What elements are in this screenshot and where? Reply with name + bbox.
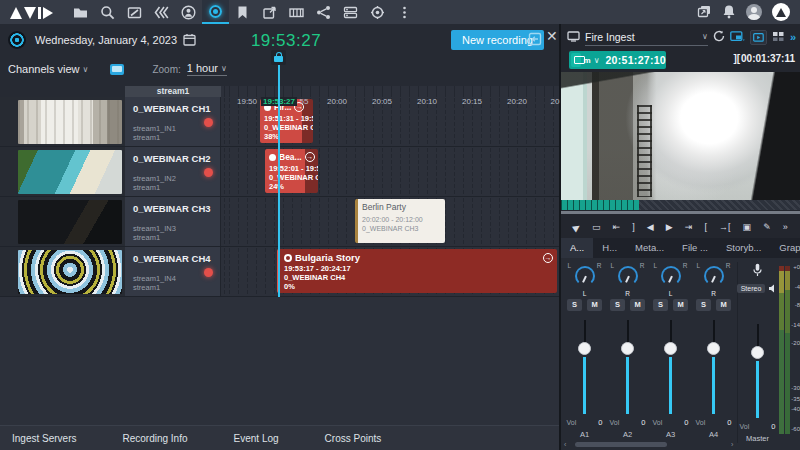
scheduled-recording-block[interactable]: Berlin Party 20:02:00 - 20:12:00 0_WEBIN…: [355, 199, 445, 243]
more-panel-options-icon[interactable]: »: [790, 31, 794, 43]
share-icon[interactable]: [310, 0, 337, 24]
tab-recording-info[interactable]: Recording Info: [122, 433, 187, 444]
tab-cross-points[interactable]: Cross Points: [325, 433, 382, 444]
duration-display: ][ 00:01:37:11: [733, 53, 795, 64]
windows-icon[interactable]: [696, 4, 712, 21]
pip-layout-icon[interactable]: [730, 31, 745, 44]
users-icon[interactable]: [175, 0, 202, 24]
pan-knob[interactable]: [618, 266, 638, 286]
goto-out-icon[interactable]: →[: [719, 222, 731, 232]
notifications-bell-icon[interactable]: [722, 4, 736, 21]
pan-knob[interactable]: [575, 266, 595, 286]
refresh-icon[interactable]: [713, 30, 725, 44]
pan-knob[interactable]: [704, 266, 724, 286]
settings-icon[interactable]: [364, 0, 391, 24]
fader-thumb[interactable]: [707, 342, 720, 355]
calendar-icon[interactable]: [183, 33, 196, 48]
speaker-icon[interactable]: [768, 283, 778, 295]
pan-knob[interactable]: [661, 266, 681, 286]
play-icon[interactable]: ▶: [666, 222, 673, 232]
fader-thumb[interactable]: [751, 346, 764, 359]
mute-button[interactable]: M: [630, 299, 645, 311]
send-icon[interactable]: ▶: [571, 221, 582, 233]
open-recording-icon[interactable]: →: [543, 253, 553, 263]
playhead-lock-icon[interactable]: [271, 50, 286, 65]
close-icon[interactable]: ✕: [546, 28, 558, 44]
monitor-progress-bar[interactable]: [561, 200, 800, 210]
audio-channels-icon[interactable]: [772, 31, 785, 44]
volume-fader[interactable]: [707, 320, 720, 414]
solo-button[interactable]: S: [696, 299, 711, 311]
step-back-icon[interactable]: ◀: [647, 222, 654, 232]
timecode-display[interactable]: m ∨ 20:51:27:10: [569, 51, 666, 69]
tab-storyboard[interactable]: Storyb...: [717, 238, 770, 258]
solo-button[interactable]: S: [653, 299, 668, 311]
mark-out-icon[interactable]: ]: [632, 222, 635, 232]
monitor-scrollbar[interactable]: [561, 211, 800, 214]
timeline-empty-area: [0, 297, 559, 425]
mute-button[interactable]: M: [587, 299, 602, 311]
zoom-select[interactable]: 1 hour∨: [187, 62, 227, 76]
goto-in-icon[interactable]: ⇤: [613, 222, 621, 232]
tab-graphics[interactable]: Grap...: [770, 238, 800, 258]
tab-headers[interactable]: H...: [593, 238, 626, 258]
mic-icon[interactable]: [753, 262, 762, 278]
avid-avatar[interactable]: [772, 3, 790, 21]
recording-block[interactable]: Bea...→ 19:52:01 - 19:57 0_WEBINAR CH2 2…: [265, 149, 318, 193]
strip-name: A4: [709, 430, 718, 439]
timecode-mode[interactable]: m: [584, 56, 591, 65]
edit-icon[interactable]: [121, 0, 148, 24]
monitor-source-select[interactable]: Fire Ingest ∨: [585, 29, 708, 46]
tab-metadata[interactable]: Meta...: [626, 238, 673, 258]
current-date[interactable]: Wednesday, January 4, 2023: [35, 34, 177, 46]
fader-thumb[interactable]: [664, 342, 677, 355]
open-in-new-icon[interactable]: [528, 32, 542, 48]
tab-event-log[interactable]: Event Log: [234, 433, 279, 444]
step-forward-icon[interactable]: ⇥: [685, 222, 693, 232]
scroll-left-icon[interactable]: ‹: [564, 441, 566, 448]
channels-view-dropdown[interactable]: Channels view∨: [8, 63, 88, 75]
annotate-icon[interactable]: ✎: [763, 222, 771, 232]
open-recording-icon[interactable]: →: [305, 152, 315, 162]
fader-thumb[interactable]: [621, 342, 634, 355]
servers-icon[interactable]: [337, 0, 364, 24]
export-icon[interactable]: [256, 0, 283, 24]
video-monitor-icon[interactable]: [750, 30, 767, 45]
mixer-scrollbar[interactable]: [575, 442, 667, 447]
folder-icon[interactable]: [67, 0, 94, 24]
timeline-cell[interactable]: Berlin Party 20:02:00 - 20:12:00 0_WEBIN…: [221, 197, 559, 246]
audio-monitor-icon[interactable]: ▭: [592, 222, 601, 232]
pan-right-label: R: [683, 262, 688, 269]
solo-button[interactable]: S: [567, 299, 582, 311]
playhead-line[interactable]: [278, 64, 280, 297]
solo-button[interactable]: S: [610, 299, 625, 311]
timeline-cell[interactable]: Bea...→ 19:52:01 - 19:57 0_WEBINAR CH2 2…: [221, 147, 559, 196]
markers-icon[interactable]: [283, 0, 310, 24]
match-frame-icon[interactable]: ▣: [743, 222, 752, 232]
scroll-right-icon[interactable]: ›: [731, 441, 733, 448]
timeline-cell[interactable]: Bulgaria Story→ 19:53:17 - 20:24:17 0_WE…: [221, 247, 559, 296]
tab-audio[interactable]: A...: [561, 238, 593, 258]
master-fader[interactable]: [751, 324, 764, 418]
tab-ingest-servers[interactable]: Ingest Servers: [12, 433, 76, 444]
volume-fader[interactable]: [578, 320, 591, 414]
recording-indicator: [204, 168, 213, 177]
volume-fader[interactable]: [621, 320, 634, 414]
recording-block[interactable]: Bulgaria Story→ 19:53:17 - 20:24:17 0_WE…: [277, 249, 557, 293]
mute-button[interactable]: M: [673, 299, 688, 311]
search-icon[interactable]: [94, 0, 121, 24]
ingest-record-icon[interactable]: [202, 0, 229, 24]
pan-left-label: L: [654, 262, 658, 269]
more-icon[interactable]: [391, 0, 418, 24]
mute-button[interactable]: M: [716, 299, 731, 311]
volume-fader[interactable]: [664, 320, 677, 414]
tab-file[interactable]: File ...: [673, 238, 717, 258]
monitor-view-toggle-icon[interactable]: [110, 64, 124, 75]
more-transport-icon[interactable]: »: [783, 222, 788, 232]
versions-icon[interactable]: [148, 0, 175, 24]
account-avatar[interactable]: [746, 4, 762, 20]
fader-thumb[interactable]: [578, 342, 591, 355]
bookmark-icon[interactable]: [229, 0, 256, 24]
mark-in-icon[interactable]: [: [704, 222, 707, 232]
stereo-mode-select[interactable]: Stereo: [737, 284, 766, 293]
